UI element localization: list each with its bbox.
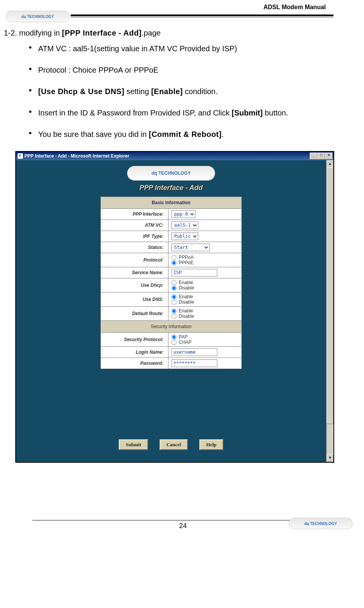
list-item: [Use Dhcp & Use DNS] setting [Enable] co… bbox=[29, 84, 326, 99]
embedded-screenshot: PPP Interface - Add - Microsoft Internet… bbox=[15, 151, 334, 463]
label-ipf-type: IPF Type: bbox=[101, 231, 168, 242]
brand-logo-top: dq TECHNOLOGY bbox=[6, 11, 70, 22]
window-titlebar: PPP Interface - Add - Microsoft Internet… bbox=[16, 152, 333, 160]
config-form-table: Basic Information PPP Interface: ppp-0 A… bbox=[100, 197, 242, 369]
default-route-enable-radio[interactable] bbox=[171, 309, 176, 314]
status-select[interactable]: Start bbox=[171, 244, 210, 251]
scroll-up-icon[interactable]: ▲ bbox=[327, 160, 333, 168]
label-status: Status: bbox=[101, 242, 168, 253]
scroll-thumb[interactable] bbox=[327, 167, 333, 424]
bullet-bold: [Submit] bbox=[232, 109, 263, 117]
service-name-input[interactable] bbox=[171, 269, 217, 276]
bullet-text: Protocol : Choice PPPoA or PPPoE bbox=[38, 66, 159, 74]
radio-label: PPPoA bbox=[179, 255, 194, 260]
bullet-text: condition. bbox=[183, 87, 218, 96]
bullet-list: ATM VC : aal5-1(setting value in ATM VC … bbox=[4, 41, 326, 141]
step-bold: [PPP Interface - Add] bbox=[62, 29, 141, 37]
close-button[interactable]: × bbox=[325, 153, 333, 159]
password-input[interactable] bbox=[171, 359, 217, 367]
help-button[interactable]: Help bbox=[199, 439, 223, 450]
cancel-button[interactable]: Cancel bbox=[160, 439, 188, 450]
label-ppp-interface: PPP Interface: bbox=[101, 209, 168, 220]
manual-title: ADSL Modem Manual bbox=[2, 4, 333, 11]
page-footer: 24 bbox=[32, 520, 333, 530]
radio-label: Disable bbox=[179, 299, 194, 305]
radio-label: Enable bbox=[179, 280, 193, 285]
use-dhcp-disable-radio[interactable] bbox=[171, 286, 176, 291]
label-password: Password: bbox=[101, 358, 168, 369]
label-use-dns: Use DNS: bbox=[101, 293, 168, 307]
label-protocol: Protocol: bbox=[101, 253, 168, 267]
maximize-button[interactable]: □ bbox=[317, 153, 325, 159]
step-suffix: .page bbox=[142, 29, 161, 37]
label-service-name: Service Name: bbox=[101, 267, 168, 278]
sec-chap-radio[interactable] bbox=[171, 340, 176, 345]
submit-button[interactable]: Submit bbox=[119, 439, 148, 450]
radio-label: Disable bbox=[179, 285, 194, 291]
radio-label: Enable bbox=[179, 308, 193, 314]
bullet-text: You be sure that save you did in bbox=[38, 130, 149, 138]
brand-logo-bottom: dq TECHNOLOGY bbox=[289, 518, 353, 529]
step-heading: 1-2. modifying in [PPP Interface - Add].… bbox=[4, 29, 326, 37]
header-rule bbox=[71, 15, 333, 17]
use-dhcp-enable-radio[interactable] bbox=[171, 280, 176, 285]
bullet-bold: [Use Dhcp & Use DNS] bbox=[38, 87, 125, 96]
protocol-pppoe-radio[interactable] bbox=[171, 260, 176, 265]
label-security-protocol: Security Protocol: bbox=[101, 333, 168, 347]
step-prefix: 1-2. modifying in bbox=[4, 29, 62, 37]
label-default-route: Default Route: bbox=[101, 307, 168, 321]
window-controls: _ □ × bbox=[310, 153, 333, 159]
form-button-row: Submit Cancel Help bbox=[16, 439, 326, 450]
radio-label: CHAP bbox=[179, 340, 191, 345]
form-page-title: PPP Interface - Add bbox=[16, 184, 326, 192]
bullet-text: ATM VC : aal5-1(setting value in ATM VC … bbox=[38, 44, 237, 53]
bullet-text: . bbox=[222, 130, 224, 138]
list-item: You be sure that save you did in [Commit… bbox=[29, 127, 326, 141]
label-use-dhcp: Use Dhcp: bbox=[101, 278, 168, 293]
label-login-name: Login Name: bbox=[101, 347, 168, 358]
document-body: 1-2. modifying in [PPP Interface - Add].… bbox=[2, 29, 333, 463]
ipf-type-select[interactable]: Public bbox=[171, 232, 198, 240]
bullet-text: button. bbox=[265, 109, 288, 117]
minimize-button[interactable]: _ bbox=[310, 153, 317, 159]
atm-vc-select[interactable]: aal5-1 bbox=[171, 221, 198, 229]
radio-label: PPPoE bbox=[179, 260, 194, 265]
radio-label: Disable bbox=[179, 314, 194, 319]
radio-label: PAP bbox=[179, 334, 188, 340]
bullet-bold: [Commit & Reboot] bbox=[149, 130, 222, 138]
ppp-interface-select[interactable]: ppp-0 bbox=[171, 210, 196, 218]
radio-label: Enable bbox=[179, 294, 193, 299]
protocol-pppoa-radio[interactable] bbox=[171, 255, 176, 260]
sec-pap-radio[interactable] bbox=[171, 335, 176, 340]
bullet-bold: [Enable] bbox=[151, 87, 183, 96]
list-item: ATM VC : aal5-1(setting value in ATM VC … bbox=[29, 41, 326, 56]
section-basic-info: Basic Information bbox=[101, 197, 242, 209]
window-title: PPP Interface - Add - Microsoft Internet… bbox=[24, 153, 129, 159]
ie-icon bbox=[18, 153, 23, 159]
page-header: ADSL Modem Manual dq TECHNOLOGY bbox=[2, 4, 333, 17]
use-dns-enable-radio[interactable] bbox=[171, 294, 176, 299]
list-item: Insert in the ID & Password from Provide… bbox=[29, 106, 326, 120]
list-item: Protocol : Choice PPPoA or PPPoE bbox=[29, 63, 326, 77]
page-number: 24 bbox=[179, 522, 187, 530]
vertical-scrollbar[interactable]: ▲ ▼ bbox=[326, 160, 333, 462]
default-route-disable-radio[interactable] bbox=[171, 314, 176, 319]
use-dns-disable-radio[interactable] bbox=[171, 300, 176, 305]
scroll-down-icon[interactable]: ▼ bbox=[327, 454, 333, 462]
bullet-text: setting bbox=[125, 87, 151, 96]
label-atm-vc: ATM VC: bbox=[101, 220, 168, 231]
bullet-text: Insert in the ID & Password from Provide… bbox=[38, 109, 232, 117]
brand-logo-page: dq TECHNOLOGY bbox=[127, 166, 215, 180]
login-name-input[interactable] bbox=[171, 348, 217, 356]
section-security-info: Security Information bbox=[101, 321, 242, 333]
